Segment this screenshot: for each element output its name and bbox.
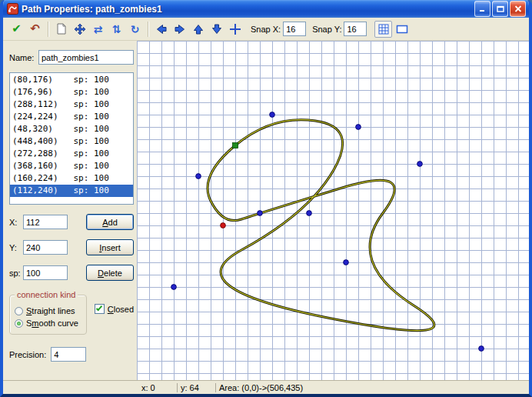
path-point[interactable] [171,285,177,290]
close-icon [514,5,522,12]
path-point-row[interactable]: (160,224) sp: 100 [10,172,133,185]
crosshair-icon [229,23,241,35]
arrow-left-icon [155,23,168,35]
grid-icon [378,24,389,35]
toolbar-separator [48,22,49,37]
name-label: Name: [9,53,38,62]
path-point-row[interactable]: (48,320) sp: 100 [10,123,133,135]
arrow-right-icon [174,23,186,35]
path-start-marker[interactable] [233,143,238,148]
path-point-selected[interactable] [221,223,226,229]
sp-input[interactable] [23,265,68,280]
path-point[interactable] [258,211,263,216]
add-button[interactable]: Add [86,214,134,230]
shift-view-up-button[interactable] [189,21,207,38]
status-bar: x: 0 y: 64 Area: (0,0)->(506,435) [3,380,529,394]
snap-y-input[interactable] [344,22,367,36]
connection-kind-group: connection kind Straight lines Smooth cu… [9,295,87,335]
precision-label: Precision: [9,350,46,359]
connection-kind-title: connection kind [15,290,78,299]
status-area: Area: (0,0)->(506,435) [215,383,529,392]
minimize-icon [479,5,487,12]
close-button[interactable] [510,1,526,17]
apply-button[interactable]: ✔ [8,21,25,38]
path-point[interactable] [417,162,423,167]
path-point-row[interactable]: (176,96) sp: 100 [10,86,133,98]
flip-vertical-button[interactable]: ⇅ [108,21,125,38]
path-point-row[interactable]: (112,240) sp: 100 [10,185,133,197]
move-arrows-icon [74,23,86,35]
path-point-row[interactable]: (80,176) sp: 100 [10,74,133,86]
snap-x-input[interactable] [283,22,306,36]
titlebar[interactable]: Path Properties: path_zombies1 [3,0,529,18]
path-app-icon [7,3,18,15]
delete-button[interactable]: Delete [86,265,134,281]
snap-y-label: Snap Y: [312,25,341,34]
closed-label: Closed [108,305,134,314]
radio-icon [15,307,23,315]
shift-path-button[interactable] [71,21,88,38]
mirror-icon: ⇄ [94,24,103,35]
show-background-button[interactable] [393,21,411,38]
mirror-horizontal-button[interactable]: ⇄ [89,21,107,38]
radio-icon [15,319,23,328]
status-mouse-x: x: 0 [138,383,177,392]
rectangle-icon [396,25,408,34]
maximize-icon [497,5,504,12]
path-curve-outline[interactable] [208,120,434,331]
path-canvas[interactable] [137,41,529,380]
path-curve[interactable] [208,120,434,331]
radio-straight-lines[interactable]: Straight lines [15,306,83,315]
undo-icon: ↶ [30,23,40,35]
radio-smooth-curve[interactable]: Smooth curve [15,319,83,328]
path-point[interactable] [270,112,275,118]
left-panel: Name: (80,176) sp: 100(176,96) sp: 100(2… [3,41,137,380]
path-svg [137,41,529,380]
name-input[interactable] [38,50,134,65]
insert-button[interactable]: Insert [86,239,134,255]
snap-x-label: Snap X: [251,25,281,34]
toolbar-separator [148,22,149,37]
radio-smooth-curve-label: Smooth curve [26,319,78,328]
shift-view-left-button[interactable] [152,21,170,38]
undo-button[interactable]: ↶ [26,21,44,38]
center-view-button[interactable] [226,21,244,38]
maximize-button[interactable] [492,1,508,17]
path-point-row[interactable]: (448,400) sp: 100 [10,135,133,148]
toolbar: ✔ ↶ ⇄ ⇅ ↻ [3,18,529,41]
rotate-icon: ↻ [131,24,140,35]
precision-input[interactable] [51,347,86,362]
closed-checkbox[interactable]: Closed [95,304,134,314]
path-point[interactable] [307,211,312,216]
path-point[interactable] [196,174,201,179]
main-content: Name: (80,176) sp: 100(176,96) sp: 100(2… [3,41,529,380]
path-point-row[interactable]: (272,288) sp: 100 [10,148,133,160]
checkbox-icon [95,304,105,314]
x-input[interactable] [23,215,68,229]
points-listbox[interactable]: (80,176) sp: 100(176,96) sp: 100(288,112… [9,72,134,205]
path-point[interactable] [479,346,484,352]
shift-view-right-button[interactable] [171,21,188,38]
path-point-row[interactable]: (224,224) sp: 100 [10,111,133,123]
toggle-grid-button[interactable] [374,21,392,38]
window-title: Path Properties: path_zombies1 [22,4,473,15]
sp-label: sp: [9,269,23,278]
y-input[interactable] [23,240,68,255]
radio-straight-lines-label: Straight lines [26,306,75,315]
path-point-row[interactable]: (288,112) sp: 100 [10,98,133,111]
path-point[interactable] [356,125,361,130]
x-label: X: [9,218,23,227]
minimize-button[interactable] [474,1,490,17]
y-label: Y: [9,243,23,252]
arrow-up-icon [192,23,204,35]
path-point[interactable] [344,260,349,265]
clear-path-button[interactable] [52,21,70,38]
check-icon: ✔ [12,23,22,35]
rotate-path-button[interactable]: ↻ [126,21,144,38]
flip-icon: ⇅ [112,24,121,35]
path-point-row[interactable]: (368,160) sp: 100 [10,160,133,172]
path-properties-window: Path Properties: path_zombies1 ✔ ↶ ⇄ ⇅ [0,0,532,397]
arrow-down-icon [211,23,223,35]
window-icon[interactable] [6,3,18,15]
shift-view-down-button[interactable] [208,21,225,38]
